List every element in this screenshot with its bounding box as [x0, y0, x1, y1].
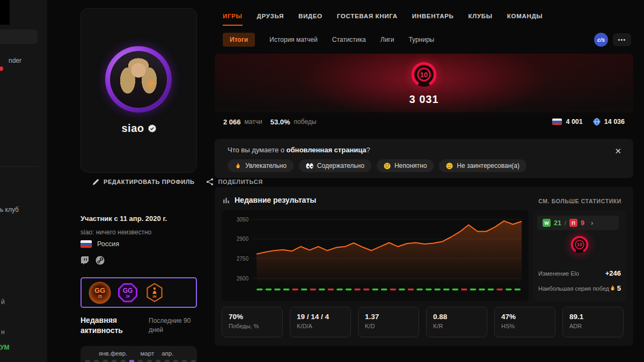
tab-games[interactable]: ИГРЫ	[223, 13, 243, 26]
stat-label: ADR	[569, 323, 617, 329]
close-icon[interactable]: ✕	[614, 146, 621, 156]
activity-square	[182, 360, 187, 362]
subtab-leagues[interactable]: Лиги	[380, 36, 394, 43]
profile-badge-gg24[interactable]: GG24	[118, 283, 137, 302]
wins-chip: W	[543, 219, 551, 227]
feedback-option-informative[interactable]: Содержательно	[299, 159, 371, 172]
win-streak-label: Наибольшая серия побед	[538, 285, 609, 292]
hero-stats-bar: 2 066 матчи 53.0% победы 4 001 14 036	[215, 112, 633, 131]
stat-card-kr: 0.88K/R	[426, 307, 487, 337]
stat-value: 89.1	[569, 313, 617, 321]
world-rank-group: 14 036	[593, 118, 625, 125]
activity-square	[94, 360, 99, 362]
see-more-stats-link[interactable]: СМ. БОЛЬШЕ СТАТИСТИКИ	[538, 198, 621, 204]
left-sidebar: nder ь клуб й н УМ	[0, 0, 47, 362]
confused-face-icon	[384, 162, 391, 169]
stat-label: K/D	[365, 323, 412, 329]
twitch-icon[interactable]	[80, 256, 89, 265]
sidebar-active-item[interactable]	[0, 29, 38, 44]
subtab-tournaments[interactable]: Турниры	[408, 36, 434, 43]
badge-sub-text: ЛК	[152, 295, 156, 298]
flame-icon	[235, 162, 241, 169]
svg-text:3050: 3050	[237, 217, 249, 223]
activity-month-label: март	[140, 350, 154, 357]
feedback-question-subject: обновленная страница	[287, 146, 367, 154]
activity-square	[112, 360, 116, 362]
activity-calendar: янв.февр.мартапр.	[80, 346, 197, 362]
losses-chip: П	[569, 219, 577, 227]
sidebar-item-fragment-1[interactable]: й	[1, 298, 5, 306]
win-streak-value: 5	[617, 284, 621, 292]
feedback-question: Что вы думаете о обновленная страница?	[228, 146, 370, 154]
edit-profile-label: РЕДАКТИРОВАТЬ ПРОФИЛЬ	[104, 179, 194, 185]
chevron-right-icon: ›	[591, 219, 593, 227]
hero-stats-left: 2 066 матчи 53.0% победы	[223, 118, 321, 126]
tab-guestbook[interactable]: ГОСТЕВАЯ КНИГА	[337, 13, 398, 26]
stat-label: K/D/A	[297, 323, 344, 329]
edit-profile-button[interactable]: РЕДАКТИРОВАТЬ ПРОФИЛЬ	[80, 179, 194, 186]
stat-card-kda: 19 / 14 / 4K/D/A	[290, 307, 351, 337]
subtab-right-controls: c/s •••	[594, 33, 631, 47]
results-header: Недавние результаты	[223, 196, 316, 204]
games-subtabs: ИтогиИстория матчейСтатистикаЛигиТурниры	[215, 31, 633, 48]
hero-rankings: 4 001 14 036	[552, 118, 625, 125]
feedback-option-not-interested[interactable]: Не заинтересован(а)	[439, 159, 526, 172]
stat-value: 19 / 14 / 4	[297, 313, 344, 321]
russia-flag-icon	[80, 240, 92, 248]
profile-badge-lk[interactable]: ЛК	[145, 283, 164, 302]
share-icon	[206, 178, 214, 186]
wins-value: 21	[554, 219, 561, 227]
tab-teams[interactable]: КОМАНДЫ	[507, 13, 543, 26]
sidebar-divider	[0, 166, 39, 167]
stat-label: Победы, %	[229, 323, 276, 329]
sidebar-top-block	[0, 0, 10, 25]
tab-videos[interactable]: ВИДЕО	[298, 13, 323, 26]
feedback-option-exciting[interactable]: Увлекательно	[228, 159, 294, 172]
recent-results-card: Недавние результаты СМ. БОЛЬШЕ СТАТИСТИК…	[215, 187, 633, 346]
profile-page: nder ь клуб й н УМ siao РЕДАКТИРОВАТЬ ПР…	[0, 0, 644, 362]
svg-text:2600: 2600	[237, 276, 249, 282]
bar-chart-icon	[223, 197, 230, 204]
elo-change-row: Изменение Elo +246	[538, 269, 621, 277]
feedback-option-unclear[interactable]: Непонятно	[377, 159, 434, 172]
activity-square	[191, 360, 196, 362]
sidebar-item-forum[interactable]: УМ	[0, 344, 9, 351]
tab-inventory[interactable]: ИНВЕНТАРЬ	[412, 13, 454, 26]
share-button[interactable]: ПОДЕЛИТЬСЯ	[206, 178, 262, 186]
social-links	[80, 256, 105, 265]
username: siao	[121, 122, 144, 135]
feedback-options: УвлекательноСодержательноНепонятноНе заи…	[228, 159, 526, 172]
world-rank: 14 036	[604, 118, 625, 125]
activity-square	[147, 360, 152, 362]
avatar[interactable]	[110, 51, 167, 108]
country-row: Россия	[80, 240, 119, 248]
sidebar-item-create-club[interactable]: ь клуб	[0, 206, 19, 213]
sidebar-item-matchfinder[interactable]: nder	[9, 57, 21, 64]
activity-square	[173, 360, 178, 362]
matches-label: матчи	[245, 118, 262, 125]
games-subtab-bar: ИтогиИстория матчейСтатистикаЛигиТурниры…	[215, 31, 633, 48]
stat-value: 70%	[229, 313, 276, 321]
cs2-game-icon[interactable]: c/s	[594, 33, 608, 47]
subtab-match-history[interactable]: История матчей	[269, 36, 318, 43]
feedback-question-suffix: ?	[367, 146, 370, 154]
feedback-option-label: Не заинтересован(а)	[457, 162, 519, 169]
stat-cards-row: 70%Победы, %19 / 14 / 4K/D/A1.37K/D0.88K…	[222, 307, 624, 337]
stat-label: K/R	[433, 323, 480, 329]
stat-card-hs: 47%HS%	[494, 307, 555, 337]
winrate-label: победы	[294, 118, 317, 125]
sidebar-item-fragment-2[interactable]: н	[1, 328, 5, 336]
tab-friends[interactable]: ДРУЗЬЯ	[257, 13, 284, 26]
elo-change-label: Изменение Elo	[538, 270, 579, 277]
tab-clubs[interactable]: КЛУБЫ	[469, 13, 493, 26]
steam-icon[interactable]	[96, 256, 105, 265]
feedback-option-label: Непонятно	[394, 162, 427, 169]
profile-actions: РЕДАКТИРОВАТЬ ПРОФИЛЬ ПОДЕЛИТЬСЯ	[80, 178, 263, 186]
subtab-summary[interactable]: Итоги	[223, 33, 255, 47]
subtab-statistics[interactable]: Статистика	[332, 36, 366, 43]
profile-badge-gg25[interactable]: GG25	[90, 283, 110, 303]
win-loss-summary[interactable]: W 21 / П 9 ›	[537, 216, 619, 230]
stat-card-kd: 1.37K/D	[358, 307, 419, 337]
more-options-button[interactable]: •••	[613, 33, 631, 46]
share-label: ПОДЕЛИТЬСЯ	[218, 179, 262, 185]
